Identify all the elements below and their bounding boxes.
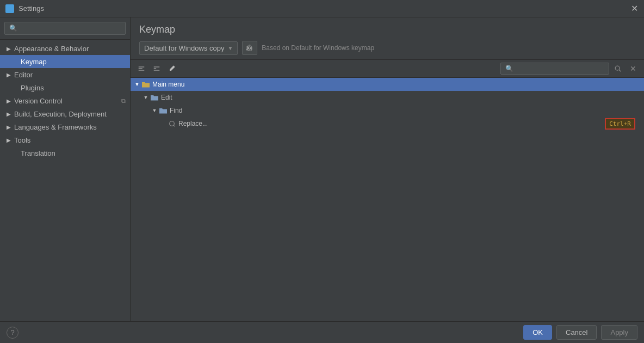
ok-button[interactable]: OK bbox=[523, 325, 552, 340]
arrow-icon: ▶ bbox=[4, 122, 13, 131]
arrow-icon: ▶ bbox=[4, 96, 13, 105]
sidebar-item-label: Build, Execution, Deployment bbox=[14, 110, 126, 118]
tree-arrow-icon: ▼ bbox=[150, 106, 159, 115]
keymap-dropdown[interactable]: Default for Windows copy ▼ bbox=[139, 41, 238, 55]
sidebar-item-keymap[interactable]: Keymap bbox=[0, 55, 130, 68]
arrow-placeholder bbox=[11, 149, 20, 157]
folder-icon bbox=[150, 93, 159, 102]
shortcut-badge: Ctrl+R bbox=[605, 118, 635, 130]
svg-rect-1 bbox=[10, 5, 13, 8]
tree-row-label: Replace... bbox=[178, 120, 208, 127]
sidebar-item-editor[interactable]: ▶ Editor bbox=[0, 68, 130, 81]
sidebar-item-label: Plugins bbox=[21, 84, 126, 92]
sidebar-item-label: Keymap bbox=[21, 58, 126, 66]
edit-shortcut-button[interactable] bbox=[165, 62, 178, 75]
sidebar-item-label: Translation bbox=[21, 149, 126, 157]
help-button[interactable]: ? bbox=[7, 327, 18, 339]
keymap-selector-row: Default for Windows copy ▼ Based on Defa… bbox=[139, 41, 635, 55]
keymap-search-input[interactable] bbox=[500, 63, 609, 75]
main-panel: Keymap Default for Windows copy ▼ Based … bbox=[131, 17, 644, 321]
sidebar-item-label: Editor bbox=[14, 71, 126, 79]
sidebar-search-input[interactable] bbox=[4, 22, 126, 35]
tree-row-label: Find bbox=[170, 107, 640, 114]
sidebar-item-build[interactable]: ▶ Build, Execution, Deployment bbox=[0, 107, 130, 120]
tree-arrow-icon: ▼ bbox=[133, 80, 141, 89]
folder-icon bbox=[141, 80, 150, 89]
tree-row[interactable]: ▼ Edit bbox=[131, 91, 644, 104]
sidebar-item-appearance[interactable]: ▶ Appearance & Behavior bbox=[0, 42, 130, 55]
svg-rect-3 bbox=[10, 9, 13, 12]
keymap-tree: ▼ Main menu ▼ Edi bbox=[131, 78, 644, 321]
sidebar-tree: ▶ Appearance & Behavior Keymap ▶ Editor … bbox=[0, 40, 130, 321]
tree-row[interactable]: ▼ Main menu bbox=[131, 78, 644, 91]
tree-arrow-placeholder bbox=[159, 119, 168, 128]
sidebar-item-languages[interactable]: ▶ Languages & Frameworks bbox=[0, 120, 130, 133]
title-bar: Settings ✕ bbox=[0, 0, 644, 17]
arrow-icon: ▶ bbox=[4, 109, 13, 118]
panel-title: Keymap bbox=[139, 24, 635, 35]
svg-line-5 bbox=[619, 70, 621, 71]
settings-window: Settings ✕ ▶ Appearance & Behavior Keyma… bbox=[0, 0, 644, 343]
app-icon bbox=[5, 4, 14, 13]
arrow-icon: ▶ bbox=[4, 136, 13, 144]
sidebar-search-area bbox=[0, 17, 130, 40]
search-expand-button[interactable] bbox=[611, 62, 624, 75]
sidebar-item-version-control[interactable]: ▶ Version Control ⧉ bbox=[0, 94, 130, 107]
svg-line-7 bbox=[174, 125, 175, 127]
cancel-button[interactable]: Cancel bbox=[556, 325, 597, 340]
collapse-all-button[interactable] bbox=[150, 62, 163, 75]
main-content: ▶ Appearance & Behavior Keymap ▶ Editor … bbox=[0, 17, 644, 321]
svg-point-4 bbox=[615, 66, 620, 70]
apply-button[interactable]: Apply bbox=[601, 325, 637, 340]
sidebar-item-label: Version Control bbox=[14, 97, 121, 105]
sidebar: ▶ Appearance & Behavior Keymap ▶ Editor … bbox=[0, 17, 131, 321]
sidebar-item-translation[interactable]: Translation bbox=[0, 146, 130, 160]
gear-button[interactable] bbox=[242, 41, 257, 55]
tree-row-label: Edit bbox=[161, 94, 640, 101]
panel-header: Keymap Default for Windows copy ▼ Based … bbox=[131, 17, 644, 60]
folder-icon bbox=[159, 106, 168, 115]
keymap-dropdown-label: Default for Windows copy bbox=[144, 44, 224, 52]
window-title: Settings bbox=[18, 4, 630, 13]
sidebar-item-label: Appearance & Behavior bbox=[14, 45, 126, 53]
based-on-label: Based on Default for Windows keymap bbox=[262, 44, 374, 52]
bottom-bar: ? OK Cancel Apply bbox=[0, 321, 644, 343]
arrow-icon: ▶ bbox=[4, 44, 13, 53]
tree-row-label: Main menu bbox=[152, 81, 640, 88]
svg-rect-0 bbox=[7, 5, 9, 8]
chevron-down-icon: ▼ bbox=[227, 45, 233, 51]
keymap-toolbar: ✕ bbox=[131, 60, 644, 78]
clear-search-button[interactable]: ✕ bbox=[627, 62, 640, 75]
copy-icon: ⧉ bbox=[121, 97, 126, 105]
arrow-placeholder bbox=[11, 57, 20, 66]
tree-row[interactable]: Replace... Ctrl+R bbox=[131, 117, 644, 130]
tree-arrow-icon: ▼ bbox=[141, 93, 150, 102]
sidebar-item-plugins[interactable]: Plugins bbox=[0, 81, 130, 94]
sidebar-item-tools[interactable]: ▶ Tools bbox=[0, 133, 130, 146]
tree-row[interactable]: ▼ Find bbox=[131, 104, 644, 117]
sidebar-item-label: Tools bbox=[14, 136, 126, 144]
expand-all-button[interactable] bbox=[135, 62, 148, 75]
svg-rect-2 bbox=[7, 9, 9, 12]
action-icon bbox=[168, 119, 176, 128]
arrow-icon: ▶ bbox=[4, 70, 13, 79]
close-button[interactable]: ✕ bbox=[630, 4, 639, 13]
sidebar-item-label: Languages & Frameworks bbox=[14, 123, 126, 131]
arrow-placeholder bbox=[11, 83, 20, 92]
